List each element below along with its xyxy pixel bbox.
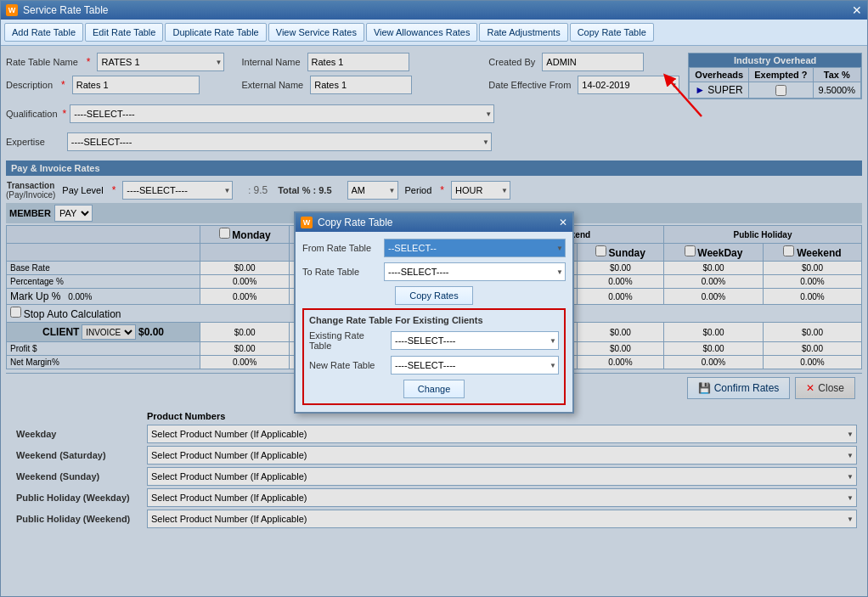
modal-to-row: To Rate Table ----SELECT----	[302, 262, 566, 281]
modal-from-row: From Rate Table --SELECT--	[302, 239, 566, 257]
window-title: Service Rate Table	[23, 4, 109, 16]
modal-to-select[interactable]: ----SELECT----	[384, 262, 566, 281]
edit-rate-table-button[interactable]: Edit Rate Table	[85, 23, 163, 42]
existing-rate-wrapper: ----SELECT----	[391, 331, 559, 350]
copy-rate-table-button[interactable]: Copy Rate Table	[570, 23, 654, 42]
existing-rate-table-row: Existing Rate Table ----SELECT----	[309, 330, 559, 351]
toolbar: Add Rate Table Edit Rate Table Duplicate…	[1, 20, 867, 46]
app-icon: W	[6, 4, 18, 16]
modal-to-label: To Rate Table	[302, 267, 379, 277]
window-close-button[interactable]: ✕	[852, 3, 862, 17]
view-service-rates-button[interactable]: View Service Rates	[268, 23, 364, 42]
modal-title-bar: W Copy Rate Table ✕	[296, 213, 572, 232]
change-section-title: Change Rate Table For Existing Clients	[309, 315, 559, 325]
new-rate-select[interactable]: ----SELECT----	[391, 356, 559, 375]
title-bar-left: W Service Rate Table	[6, 4, 109, 16]
existing-rate-select[interactable]: ----SELECT----	[391, 331, 559, 350]
copy-rates-button[interactable]: Copy Rates	[395, 286, 472, 305]
modal-from-wrapper: --SELECT--	[384, 239, 566, 257]
copy-rate-table-modal: W Copy Rate Table ✕ From Rate Table --SE…	[294, 211, 574, 414]
modal-change-section: Change Rate Table For Existing Clients E…	[302, 308, 566, 405]
duplicate-rate-table-button[interactable]: Duplicate Rate Table	[165, 23, 266, 42]
main-content: Rate Table Name * RATES 1 Description * …	[1, 46, 867, 596]
main-window: W Service Rate Table ✕ Add Rate Table Ed…	[0, 0, 868, 597]
modal-body: From Rate Table --SELECT-- To Rate Table…	[296, 232, 572, 412]
rate-adjustments-button[interactable]: Rate Adjustments	[479, 23, 567, 42]
modal-to-wrapper: ----SELECT----	[384, 262, 566, 281]
change-button[interactable]: Change	[403, 380, 465, 398]
existing-rate-label: Existing Rate Table	[309, 330, 386, 351]
modal-title-text: Copy Rate Table	[318, 217, 393, 228]
title-bar: W Service Rate Table ✕	[1, 1, 867, 20]
view-allowances-rates-button[interactable]: View Allowances Rates	[366, 23, 478, 42]
modal-app-icon: W	[301, 217, 313, 228]
modal-from-label: From Rate Table	[302, 243, 379, 253]
add-rate-table-button[interactable]: Add Rate Table	[4, 23, 83, 42]
new-rate-label: New Rate Table	[309, 360, 386, 370]
modal-close-button[interactable]: ✕	[559, 217, 567, 228]
new-rate-wrapper: ----SELECT----	[391, 356, 559, 375]
modal-title-left: W Copy Rate Table	[301, 217, 393, 228]
modal-from-select[interactable]: --SELECT--	[384, 239, 566, 257]
new-rate-table-row: New Rate Table ----SELECT----	[309, 356, 559, 375]
